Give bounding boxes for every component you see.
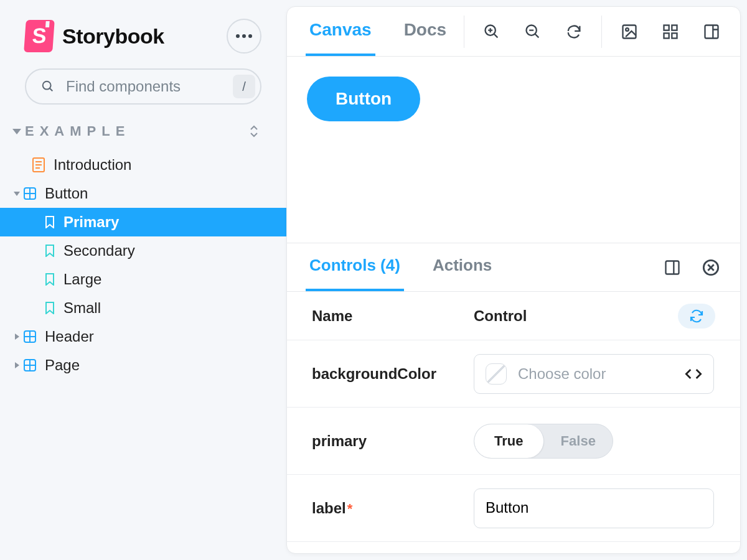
preview-button[interactable]: Button (307, 77, 420, 121)
tree: Introduction Button Primary Secondary La… (0, 146, 286, 380)
toolbar: Canvas Docs (287, 7, 740, 57)
svg-rect-32 (664, 33, 669, 38)
color-input[interactable]: Choose color (474, 354, 714, 394)
addon-tab-actions[interactable]: Actions (429, 242, 496, 291)
svg-point-2 (248, 34, 252, 38)
tree-item-label: Primary (63, 213, 119, 231)
svg-point-0 (236, 34, 240, 38)
tab-docs[interactable]: Docs (400, 6, 450, 56)
svg-line-22 (494, 34, 498, 37)
search-input[interactable] (25, 68, 261, 105)
required-asterisk: * (347, 501, 353, 516)
zoom-out-button[interactable] (523, 22, 543, 42)
boolean-toggle[interactable]: True False (474, 424, 613, 459)
svg-rect-30 (664, 25, 669, 30)
bookmark-icon (45, 245, 55, 257)
menu-button[interactable] (227, 19, 261, 54)
chevron-down-icon (12, 189, 21, 198)
sidebar-icon (664, 259, 681, 276)
grid-icon (662, 23, 679, 40)
canvas: Button (287, 57, 740, 243)
expand-collapse-icon[interactable] (247, 124, 261, 139)
panel-position-button[interactable] (662, 257, 683, 278)
svg-point-3 (43, 82, 51, 90)
swatch-icon (486, 363, 507, 385)
search: / (25, 68, 261, 105)
control-name: backgroundColor (312, 365, 474, 383)
svg-rect-37 (666, 261, 679, 274)
viewport-button[interactable] (702, 22, 721, 42)
tree-item-label: Large (63, 271, 101, 288)
tree-item-label: Introduction (54, 156, 131, 174)
label-input[interactable] (474, 488, 714, 528)
search-shortcut-key: / (233, 75, 255, 98)
control-name: primary (312, 432, 474, 450)
zoom-in-button[interactable] (482, 22, 502, 42)
tree-item-small[interactable]: Small (0, 294, 286, 322)
image-icon (621, 23, 638, 40)
tree-item-header[interactable]: Header (0, 322, 286, 351)
close-panel-button[interactable] (700, 257, 721, 278)
tree-item-primary[interactable]: Primary (0, 208, 286, 236)
component-icon (24, 187, 36, 200)
document-icon (32, 157, 45, 172)
tree-item-button[interactable]: Button (0, 179, 286, 208)
storybook-logo-icon (24, 20, 55, 52)
toggle-false[interactable]: False (544, 424, 613, 458)
toggle-true[interactable]: True (474, 424, 544, 458)
controls-header-row: Name Control (287, 292, 740, 340)
svg-marker-17 (15, 362, 19, 368)
layout-icon (703, 23, 720, 40)
column-name: Name (312, 307, 474, 325)
zoom-reset-button[interactable] (564, 22, 584, 42)
brand[interactable]: Storybook (25, 20, 164, 52)
zoom-out-icon (524, 23, 542, 40)
control-row-label: label* (287, 475, 740, 542)
control-row-primary: primary True False (287, 408, 740, 475)
tree-item-label: Header (45, 328, 94, 345)
section-header[interactable]: Example (0, 123, 286, 146)
sidebar: Storybook / Example Introduction (0, 0, 286, 560)
bookmark-icon (45, 216, 55, 228)
zoom-in-icon (483, 23, 500, 40)
search-icon (41, 80, 55, 93)
tree-item-introduction[interactable]: Introduction (0, 151, 286, 179)
tree-item-large[interactable]: Large (0, 265, 286, 294)
tree-item-label: Page (45, 357, 80, 374)
main-panel: Canvas Docs Button Controls (4) Actions (286, 6, 741, 554)
color-placeholder: Choose color (518, 365, 674, 383)
svg-rect-28 (623, 25, 636, 38)
chevron-right-icon (12, 361, 21, 370)
svg-line-26 (535, 34, 539, 37)
addon-tab-controls[interactable]: Controls (4) (306, 242, 404, 291)
section-title: Example (25, 123, 130, 139)
sync-icon (689, 309, 704, 324)
svg-rect-33 (672, 33, 677, 38)
svg-marker-13 (15, 334, 19, 340)
svg-rect-31 (672, 25, 677, 30)
bookmark-icon (45, 273, 55, 286)
svg-marker-9 (14, 192, 20, 196)
svg-line-4 (50, 88, 53, 91)
component-icon (24, 359, 36, 371)
reset-controls-button[interactable] (678, 304, 715, 329)
addon-panel: Controls (4) Actions Name Control backgr… (287, 243, 740, 553)
ellipsis-icon (236, 34, 252, 38)
close-icon (702, 259, 720, 276)
svg-point-1 (242, 34, 246, 38)
control-row-backgroundcolor: backgroundColor Choose color (287, 340, 740, 408)
component-icon (24, 330, 36, 343)
svg-point-29 (626, 28, 629, 31)
bookmark-icon (45, 302, 55, 314)
grid-button[interactable] (660, 22, 680, 42)
svg-rect-34 (705, 25, 718, 38)
tree-item-page[interactable]: Page (0, 351, 286, 380)
chevron-right-icon (12, 332, 21, 341)
chevron-down-icon (12, 129, 21, 134)
code-icon[interactable] (685, 365, 702, 383)
tree-item-secondary[interactable]: Secondary (0, 236, 286, 265)
background-button[interactable] (619, 22, 639, 42)
tab-canvas[interactable]: Canvas (306, 6, 375, 56)
brand-name: Storybook (62, 24, 164, 49)
tree-item-label: Secondary (63, 242, 135, 259)
